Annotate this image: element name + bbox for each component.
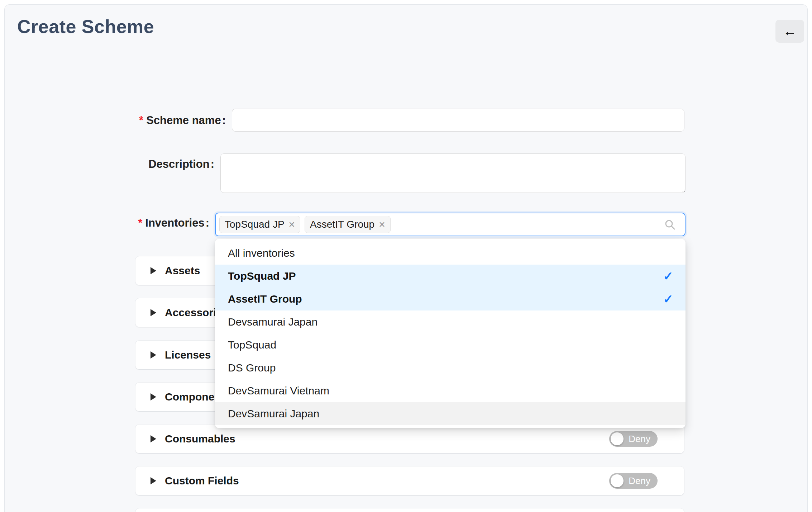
scheme-name-label: *Scheme name: [0,114,226,127]
switch-knob [611,474,624,487]
selected-tag[interactable]: AssetIT Group × [305,216,391,233]
check-icon: ✓ [663,269,674,283]
dropdown-option-devsamurai-japan-2[interactable]: DevSamurai Japan [215,402,686,425]
tag-remove-icon[interactable]: × [379,219,385,230]
caret-right-icon [151,435,156,442]
description-textarea[interactable] [220,153,686,193]
check-icon: ✓ [663,292,674,306]
dropdown-option-topsquad-jp[interactable]: TopSquad JP ✓ [215,265,686,288]
tag-remove-icon[interactable]: × [289,219,295,230]
dropdown-option-ds-group[interactable]: DS Group [215,356,686,379]
dropdown-option-devsamurai-vietnam[interactable]: DevSamurai Vietnam [215,379,686,402]
back-button[interactable]: ← [775,20,804,43]
caret-right-icon [151,309,156,316]
panel-consumables[interactable]: Consumables Deny [135,424,684,454]
scheme-name-input[interactable] [232,109,684,132]
deny-switch[interactable]: Deny [609,431,658,447]
dropdown-option-all-inventories[interactable]: All inventories [215,242,686,265]
deny-switch[interactable]: Deny [609,473,658,489]
inventories-dropdown: All inventories TopSquad JP ✓ AssetIT Gr… [215,239,686,428]
required-asterisk: * [139,114,143,127]
switch-knob [611,432,624,445]
page-title: Create Scheme [17,16,154,37]
inventories-label: *Inventories: [0,217,209,229]
caret-right-icon [151,393,156,400]
search-icon [664,219,675,230]
description-label: Description: [0,158,214,171]
caret-right-icon [151,477,156,484]
panel-partial[interactable] [135,508,684,512]
caret-right-icon [151,267,156,274]
inventories-multiselect[interactable]: TopSquad JP × AssetIT Group × [215,213,686,236]
arrow-left-icon: ← [783,24,797,38]
dropdown-option-topsquad[interactable]: TopSquad [215,333,686,356]
dropdown-option-devsamurai-japan[interactable]: Devsamurai Japan [215,310,686,333]
dropdown-option-assetit-group[interactable]: AssetIT Group ✓ [215,288,686,310]
caret-right-icon [151,351,156,359]
panel-custom-fields[interactable]: Custom Fields Deny [135,466,684,496]
selected-tag[interactable]: TopSquad JP × [219,216,300,233]
required-asterisk: * [138,217,142,229]
